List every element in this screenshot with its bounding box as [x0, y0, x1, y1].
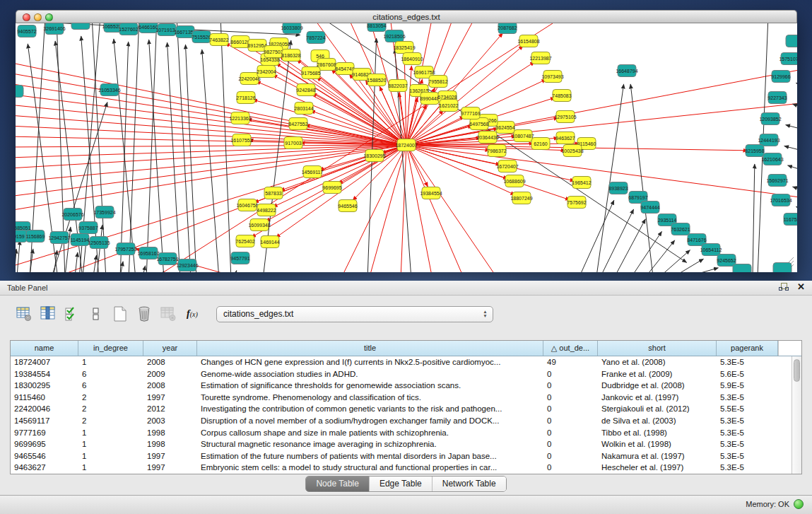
graph-edge[interactable]	[16, 249, 16, 272]
graph-edge[interactable]	[129, 23, 139, 272]
graph-node[interactable]: 1621022	[439, 100, 458, 112]
graph-edge[interactable]	[167, 42, 180, 272]
minimize-window-button[interactable]	[34, 13, 42, 21]
graph-node[interactable]: 19384554	[420, 187, 442, 199]
graph-edge[interactable]	[596, 84, 624, 272]
float-panel-icon[interactable]	[779, 282, 789, 292]
graph-edge[interactable]	[273, 145, 406, 207]
graph-edge[interactable]	[235, 270, 237, 272]
graph-node[interactable]: 1965412	[572, 177, 591, 189]
graph-node[interactable]	[16, 86, 23, 98]
graph-node[interactable]	[71, 23, 90, 30]
graph-node[interactable]: 7857224	[306, 32, 325, 44]
graph-node[interactable]: 8427552	[288, 118, 307, 130]
graph-edge[interactable]	[143, 266, 146, 272]
graph-edge[interactable]	[92, 23, 106, 272]
column-header-year[interactable]: year	[143, 341, 197, 356]
column-header-title[interactable]: title	[197, 341, 543, 356]
column-header-out_de[interactable]: △ out_de...	[543, 341, 598, 356]
table-row[interactable]: 1872400712008Changes of HCN gene express…	[11, 356, 801, 368]
graph-node[interactable]: 9465546	[338, 200, 357, 212]
graph-node[interactable]: 10973493	[541, 71, 563, 83]
graph-node[interactable]: 16099348	[248, 219, 270, 231]
graph-edge[interactable]	[162, 271, 164, 272]
graph-node[interactable]: 16648794	[616, 65, 637, 77]
graph-node[interactable]: 21053346	[98, 84, 120, 96]
graph-node[interactable]: 10807487	[512, 130, 534, 142]
graph-node[interactable]: 9175685	[301, 67, 320, 79]
graph-edge[interactable]	[16, 105, 406, 145]
graph-node[interactable]: 16107552	[230, 134, 252, 146]
graph-node[interactable]: 7515526	[192, 31, 211, 43]
graph-node[interactable]: 10688609	[503, 175, 525, 187]
graph-edge[interactable]	[406, 66, 797, 145]
show-columns-icon[interactable]	[38, 305, 58, 323]
network-window[interactable]: citations_edges.txt 94055723269140610655…	[16, 10, 797, 272]
graph-node[interactable]: 8822037	[388, 80, 407, 92]
graph-node[interactable]: 7625402	[235, 235, 254, 247]
graph-node[interactable]: 1156869	[26, 230, 45, 243]
graph-node[interactable]: 18325419	[393, 42, 415, 54]
graph-node[interactable]: 9457791	[230, 252, 249, 264]
graph-node[interactable]: 15751074	[779, 53, 797, 65]
function-builder-icon[interactable]: f(x)	[182, 305, 202, 323]
graph-edge[interactable]	[16, 94, 406, 145]
graph-edge[interactable]	[17, 240, 20, 272]
table-mode-icon[interactable]	[14, 305, 34, 323]
close-window-button[interactable]	[23, 13, 30, 21]
graph-edge[interactable]	[632, 231, 661, 272]
graph-node[interactable]: 14569117	[302, 166, 324, 178]
graph-node[interactable]: 1527602	[119, 23, 138, 35]
graph-node[interactable]: 9129966	[771, 71, 790, 83]
graph-node[interactable]: 16210643	[761, 153, 783, 165]
graph-node[interactable]: 17957253	[114, 243, 136, 255]
tab-edge-table[interactable]: Edge Table	[369, 477, 432, 491]
graph-edge[interactable]	[788, 165, 797, 176]
graph-edge[interactable]	[674, 259, 703, 272]
network-window-titlebar[interactable]: citations_edges.txt	[16, 10, 797, 23]
graph-node[interactable]: 7632621	[671, 223, 690, 235]
graph-edge[interactable]	[406, 145, 797, 200]
graph-edge[interactable]	[202, 49, 219, 272]
column-header-short[interactable]: short	[598, 341, 717, 356]
table-row[interactable]: 969969511998Structural magnetic resonanc…	[11, 438, 801, 450]
graph-node[interactable]: 9405572	[17, 25, 36, 37]
graph-edge[interactable]	[406, 145, 464, 272]
graph-node[interactable]: 12093852	[759, 113, 781, 125]
graph-node[interactable]: 18300295	[363, 150, 385, 162]
graph-node[interactable]: 16154808	[517, 35, 539, 47]
graph-node[interactable]: 7463822	[209, 34, 228, 46]
graph-edge[interactable]	[401, 145, 406, 272]
graph-node[interactable]: 7575692	[567, 197, 586, 209]
graph-edge[interactable]	[688, 268, 718, 272]
graph-node[interactable]: 2718126	[236, 92, 255, 104]
table-row[interactable]: 946554611997Estimation of the future num…	[11, 450, 801, 462]
graph-node[interactable]: 9827503	[264, 46, 283, 58]
table-scrollbar-thumb[interactable]	[794, 359, 800, 382]
graph-node[interactable]: 9375887	[78, 222, 98, 234]
graph-edge[interactable]	[253, 100, 406, 145]
table-row[interactable]: 977716911998Corpus callosum shape and si…	[11, 427, 801, 439]
graph-edge[interactable]	[120, 42, 129, 272]
graph-edge[interactable]	[185, 45, 196, 272]
network-view-canvas[interactable]: 9405572326914061065528715276026466160107…	[16, 23, 797, 272]
graph-node[interactable]: 12923446	[176, 259, 198, 271]
delete-column-icon[interactable]	[134, 305, 154, 323]
graph-node[interactable]: 9463627	[555, 132, 575, 144]
graph-node[interactable]: 17016534	[770, 194, 792, 206]
graph-node[interactable]: 2803144	[294, 103, 313, 115]
select-rows-icon[interactable]	[62, 305, 82, 323]
graph-edge[interactable]	[93, 255, 97, 272]
graph-node[interactable]: 1588520	[367, 74, 386, 86]
graph-edge[interactable]	[793, 187, 797, 196]
graph-node[interactable]: 1469144	[260, 236, 279, 248]
graph-node[interactable]: 16782759	[156, 253, 178, 265]
graph-node[interactable]: 3624554	[495, 122, 514, 134]
graph-edge[interactable]	[146, 23, 157, 272]
graph-edge[interactable]	[16, 145, 406, 168]
graph-node[interactable]: 39159	[16, 230, 27, 243]
graph-edge[interactable]	[784, 146, 797, 156]
graph-node[interactable]: 12505135	[88, 237, 110, 249]
row-height-icon[interactable]	[86, 305, 106, 323]
table-scrollbar[interactable]	[792, 356, 801, 474]
